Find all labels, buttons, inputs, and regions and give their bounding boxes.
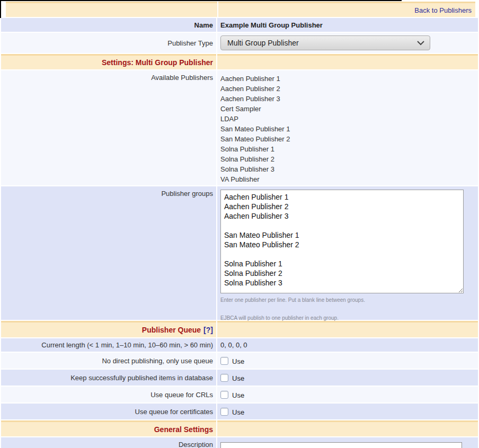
description-label: Description xyxy=(179,441,213,448)
publisher-groups-label: Publisher groups xyxy=(161,190,213,198)
screenshot-edge-tick xyxy=(0,0,1,18)
available-publishers-label: Available Publishers xyxy=(151,74,213,82)
publisher-type-selected-value: Multi Group Publisher xyxy=(227,39,299,47)
available-publishers-row: Available Publishers Aachen Publisher 1 … xyxy=(1,70,478,185)
screenshot-edge-line xyxy=(0,0,402,1)
use-queue-crls-checkbox[interactable] xyxy=(220,391,228,399)
publisher-type-label: Publisher Type xyxy=(167,39,213,47)
keep-published-items-label: Keep successfully published items in dat… xyxy=(70,374,213,382)
description-row: Description xyxy=(1,437,478,448)
use-queue-certificates-checkbox[interactable] xyxy=(220,408,228,416)
list-item: Solna Publisher 3 xyxy=(220,164,290,174)
checkbox-label: Use xyxy=(232,390,244,399)
use-queue-crls-row: Use queue for CRLs Use xyxy=(1,387,478,402)
general-settings-title: General Settings xyxy=(154,425,213,434)
publisher-name-value: Example Multi Group Publisher xyxy=(220,21,323,29)
top-nav-row: Back to Publishers xyxy=(6,2,475,17)
list-item: Aachen Publisher 1 xyxy=(220,74,290,84)
list-item: San Mateo Publisher 1 xyxy=(220,124,290,134)
groups-hint-one-per-group: EJBCA will publish to one publisher in e… xyxy=(220,315,464,321)
general-settings-header-row: General Settings xyxy=(1,420,478,436)
publisher-queue-title: Publisher Queue xyxy=(142,326,201,334)
back-to-publishers-link[interactable]: Back to Publishers xyxy=(414,6,472,14)
top-nav-right-cell: Back to Publishers xyxy=(218,2,475,17)
keep-published-items-checkbox[interactable] xyxy=(220,374,228,382)
list-item: San Mateo Publisher 2 xyxy=(220,134,290,144)
queue-length-value: 0, 0, 0, 0 xyxy=(220,341,247,349)
checkbox-label: Use xyxy=(232,407,244,416)
checkbox-label: Use xyxy=(232,356,244,365)
checkbox-label: Use xyxy=(232,373,244,382)
use-queue-certificates-label: Use queue for certificates xyxy=(135,408,213,416)
list-item: LDAP xyxy=(220,114,290,124)
settings-section-title: Settings: Multi Group Publisher xyxy=(102,58,213,67)
publisher-type-row: Publisher Type Multi Group Publisher xyxy=(1,33,478,53)
no-direct-publishing-checkbox[interactable] xyxy=(220,357,228,365)
list-item: Solna Publisher 1 xyxy=(220,144,290,154)
use-queue-crls-label: Use queue for CRLs xyxy=(150,391,213,399)
queue-length-row: Current length (< 1 min, 1–10 min, 10–60… xyxy=(1,338,478,352)
list-item: Solna Publisher 2 xyxy=(220,154,290,164)
settings-section-header-row: Settings: Multi Group Publisher xyxy=(1,54,478,69)
no-direct-publishing-label: No direct publishing, only use queue xyxy=(102,357,213,365)
list-item: VA Publisher xyxy=(220,174,290,184)
groups-hint-per-line: Enter one publisher per line. Put a blan… xyxy=(220,297,464,303)
publisher-type-select[interactable]: Multi Group Publisher xyxy=(220,35,430,50)
top-nav-left-cell xyxy=(6,2,217,17)
publisher-queue-help-link[interactable]: [?] xyxy=(203,326,213,334)
publisher-queue-header-row: Publisher Queue [?] xyxy=(1,321,478,337)
publisher-groups-textarea[interactable]: Aachen Publisher 1 Aachen Publisher 2 Aa… xyxy=(220,190,464,293)
name-row: Name Example Multi Group Publisher xyxy=(1,18,478,32)
list-item: Aachen Publisher 3 xyxy=(220,94,290,104)
publisher-groups-row: Publisher groups Aachen Publisher 1 Aach… xyxy=(1,186,478,320)
queue-length-label: Current length (< 1 min, 1–10 min, 10–60… xyxy=(41,341,213,349)
list-item: Cert Sampler xyxy=(220,104,290,114)
list-item: Aachen Publisher 2 xyxy=(220,84,290,94)
keep-published-items-row: Keep successfully published items in dat… xyxy=(1,370,478,386)
description-input[interactable] xyxy=(220,442,462,448)
name-label: Name xyxy=(194,21,213,29)
available-publishers-list: Aachen Publisher 1 Aachen Publisher 2 Aa… xyxy=(220,74,290,184)
use-queue-certificates-row: Use queue for certificates Use xyxy=(1,404,478,419)
chevron-down-icon xyxy=(417,41,424,46)
no-direct-publishing-row: No direct publishing, only use queue Use xyxy=(1,353,478,369)
